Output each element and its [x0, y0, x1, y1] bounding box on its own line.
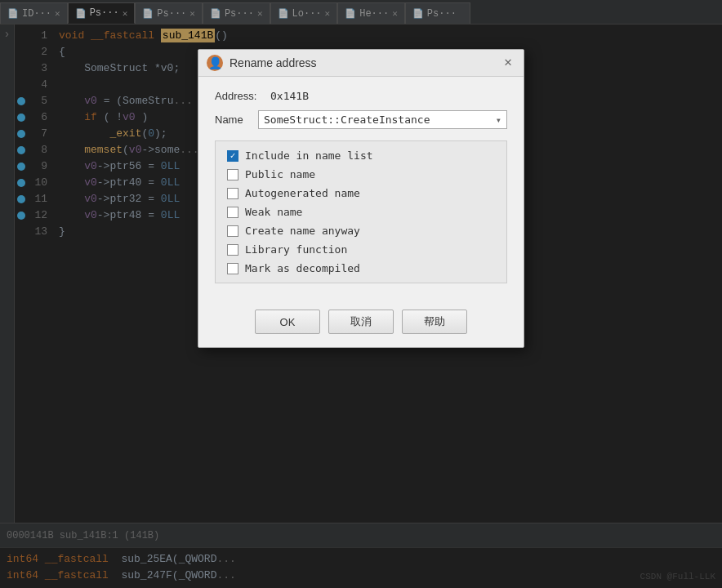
checkbox-row-2: Public name	[227, 168, 495, 180]
ok-button[interactable]: OK	[255, 310, 320, 334]
checkbox-public-name[interactable]	[227, 169, 238, 180]
checkbox-label-3: Autogenerated name	[245, 187, 360, 199]
checkbox-row-6: Library function	[227, 243, 495, 256]
checkbox-row-1: Include in name list	[227, 149, 495, 162]
checkbox-group: Include in name list Public name Autogen…	[215, 140, 507, 283]
checkbox-label-7: Mark as decompiled	[245, 262, 360, 274]
name-row: Name SomeStruct::CreateInstance ▾	[215, 110, 507, 129]
checkbox-label-1: Include in name list	[245, 149, 373, 162]
name-input-wrap[interactable]: SomeStruct::CreateInstance ▾	[258, 110, 507, 129]
checkbox-row-5: Create name anyway	[227, 225, 495, 237]
checkbox-library-function[interactable]	[227, 244, 238, 256]
address-label: Address:	[215, 90, 264, 102]
checkbox-label-5: Create name anyway	[245, 225, 360, 237]
address-row: Address: 0x141B	[215, 90, 507, 102]
dialog-buttons: OK 取消 帮助	[198, 310, 524, 347]
name-label: Name	[215, 114, 252, 126]
dialog-title-text: Rename address	[230, 56, 494, 69]
dialog-close-button[interactable]: ✕	[501, 55, 515, 71]
rename-address-dialog: 👤 Rename address ✕ Address: 0x141B Name …	[198, 49, 524, 348]
dialog-body: Address: 0x141B Name SomeStruct::CreateI…	[198, 77, 524, 310]
dialog-title-bar: 👤 Rename address ✕	[198, 50, 524, 77]
cancel-button[interactable]: 取消	[328, 310, 394, 334]
checkbox-label-6: Library function	[245, 243, 347, 256]
checkbox-label-4: Weak name	[245, 206, 302, 218]
checkbox-row-3: Autogenerated name	[227, 187, 495, 199]
name-input[interactable]: SomeStruct::CreateInstance	[264, 114, 496, 126]
help-button[interactable]: 帮助	[402, 310, 467, 334]
dialog-overlay: 👤 Rename address ✕ Address: 0x141B Name …	[0, 0, 722, 588]
address-value: 0x141B	[270, 90, 309, 102]
checkbox-label-2: Public name	[245, 168, 315, 180]
checkbox-row-7: Mark as decompiled	[227, 262, 495, 274]
dialog-title-icon: 👤	[207, 55, 223, 71]
dropdown-arrow-icon: ▾	[496, 114, 501, 126]
checkbox-autogenerated-name[interactable]	[227, 188, 238, 199]
checkbox-weak-name[interactable]	[227, 207, 238, 218]
checkbox-include-in-name-list[interactable]	[227, 150, 238, 162]
checkbox-mark-as-decompiled[interactable]	[227, 263, 238, 274]
checkbox-create-name-anyway[interactable]	[227, 225, 238, 237]
checkbox-row-4: Weak name	[227, 206, 495, 218]
